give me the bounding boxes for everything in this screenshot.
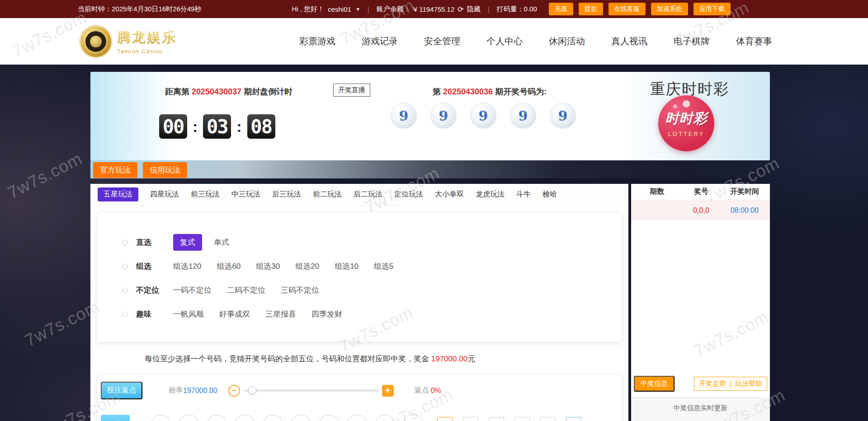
play-option[interactable]: 三码不定位 (281, 285, 319, 295)
play-option[interactable]: 一码不定位 (173, 285, 212, 295)
number-ball[interactable]: 2 (207, 415, 227, 421)
quick-select-button[interactable]: 奇 (514, 417, 530, 421)
play-option[interactable]: 组选5 (374, 261, 393, 271)
topbar-buttons: 充值提款在线客服加速系统应用下载 (549, 3, 731, 15)
play-option[interactable]: 一帆风顺 (173, 309, 204, 319)
number-ball[interactable]: 1 (179, 415, 199, 421)
nav-item[interactable]: 电子棋牌 (674, 35, 710, 47)
play-option[interactable]: 单式 (214, 237, 229, 248)
win-info-button[interactable]: 中奖信息 (634, 376, 675, 392)
countdown-title: 距离第 20250430037 期封盘倒计时 (165, 86, 292, 97)
quick-select-button[interactable]: 大 (463, 417, 478, 421)
number-ball[interactable]: 4 (263, 415, 283, 421)
game-tab[interactable]: 龙虎玩法 (476, 190, 505, 199)
quick-select-button[interactable]: 偶 (540, 417, 556, 421)
user-menu[interactable]: Hi , 您好！ ceshi01 ▼ (292, 5, 360, 14)
topbar-button[interactable]: 在线客服 (609, 3, 646, 15)
help-link[interactable]: 玩法帮助 (735, 379, 762, 388)
game-tabs: 五星玩法四星玩法前三玩法中三玩法后三玩法前二玩法后二玩法定位玩法大小单双龙虎玩法… (90, 184, 628, 206)
radio-icon[interactable] (123, 288, 128, 293)
nav-item[interactable]: 体育赛事 (736, 35, 772, 47)
greeting-text: Hi , 您好！ (292, 5, 324, 14)
radio-icon[interactable] (123, 312, 128, 317)
play-options: 一码不定位二码不定位三码不定位 (173, 285, 335, 295)
site-header: 腾龙娱乐 Tamron Casino 彩票游戏游戏记录安全管理个人中心休闲活动真… (0, 18, 868, 65)
results-sidebar: 期数 奖号 开奖时间 0,0,0 08:00:00 中奖信息 开奖走势 | 玩法… (631, 184, 770, 421)
nav-item[interactable]: 真人视讯 (611, 35, 647, 47)
quick-select-button[interactable]: 全 (437, 417, 453, 421)
hide-balance-link[interactable]: 隐藏 (467, 5, 481, 14)
odds-slider[interactable] (244, 389, 378, 392)
increase-button[interactable]: + (382, 385, 394, 397)
game-tab[interactable]: 大小单双 (435, 190, 464, 199)
prize-unit: 元 (467, 355, 475, 363)
game-tab[interactable]: 后二玩法 (354, 190, 382, 199)
nav-item[interactable]: 休闲活动 (549, 35, 585, 47)
countdown-seconds: 08 (247, 114, 275, 139)
play-option[interactable]: 组选60 (217, 261, 241, 271)
nav-item[interactable]: 个人中心 (486, 35, 523, 47)
game-tab[interactable]: 后三玩法 (272, 190, 301, 199)
nav-item[interactable]: 彩票游戏 (299, 35, 335, 47)
logo: 腾龙娱乐 Tamron Casino (80, 26, 177, 57)
play-option[interactable]: 好事成双 (219, 309, 250, 319)
play-panel: 五星玩法四星玩法前三玩法中三玩法后三玩法前二玩法后二玩法定位玩法大小单双龙虎玩法… (90, 184, 628, 421)
number-ball[interactable]: 7 (347, 415, 368, 421)
number-ball[interactable]: 3 (235, 415, 255, 421)
main-area: 距离第 20250430037 期封盘倒计时 开奖直播 00 : 03 : 08… (0, 65, 868, 421)
play-option[interactable]: 二码不定位 (227, 285, 265, 295)
game-tab[interactable]: 中三玩法 (231, 190, 260, 199)
game-tab[interactable]: 梭哈 (542, 190, 557, 199)
number-ball[interactable]: 6 (319, 415, 340, 421)
countdown-prefix: 距离第 (165, 87, 189, 96)
result-time-cell: 08:00:00 (719, 206, 770, 215)
play-option[interactable]: 复式 (173, 234, 202, 251)
play-option[interactable]: 组选20 (295, 261, 319, 271)
play-option[interactable]: 组选10 (335, 261, 359, 271)
lottery-logo-icon: 时时彩 LOTTERY (658, 95, 714, 151)
countdown-suffix: 期封盘倒计时 (244, 87, 292, 96)
colon: : (236, 118, 241, 136)
game-tab[interactable]: 前二玩法 (313, 190, 342, 199)
radio-icon[interactable] (123, 264, 128, 269)
trend-link[interactable]: 开奖走势 (699, 379, 726, 388)
nav-item[interactable]: 游戏记录 (362, 35, 398, 47)
quick-select-button[interactable]: 小 (489, 417, 504, 421)
number-ball[interactable]: 8 (375, 415, 396, 421)
nav-item[interactable]: 安全管理 (424, 35, 460, 47)
game-tab[interactable]: 前三玩法 (191, 190, 220, 199)
game-tab[interactable]: 四星玩法 (150, 190, 179, 199)
radio-icon[interactable] (123, 240, 128, 245)
colon: : (193, 118, 198, 136)
game-tab[interactable]: 斗牛 (516, 190, 531, 199)
game-tab[interactable]: 五星玩法 (98, 187, 138, 201)
divider: | (488, 5, 490, 13)
quick-select-button[interactable]: 清 (566, 417, 581, 421)
number-ball[interactable]: 0 (151, 415, 171, 421)
play-mode-button[interactable]: 官方玩法 (93, 162, 137, 178)
topbar-button[interactable]: 应用下载 (693, 3, 731, 15)
result-prefix: 第 (433, 87, 441, 96)
number-ball[interactable]: 5 (291, 415, 311, 421)
game-tab[interactable]: 定位玩法 (394, 190, 423, 199)
bet-rebate-button[interactable]: 投注返点 (101, 382, 142, 399)
live-draw-button[interactable]: 开奖直播 (333, 84, 370, 97)
slider-handle[interactable] (248, 386, 256, 394)
clock-label: 当前时钟： (78, 5, 112, 13)
topbar-button[interactable]: 加速系统 (651, 3, 688, 15)
result-ball: 9 (430, 103, 457, 129)
refresh-icon[interactable]: ⟳ (458, 5, 463, 14)
turnover-value: 0.00 (524, 5, 537, 13)
play-option[interactable]: 四季发财 (311, 309, 342, 319)
topbar-button[interactable]: 充值 (549, 3, 573, 15)
play-option[interactable]: 三星报喜 (265, 309, 296, 319)
countdown-issue: 20250430037 (192, 87, 241, 96)
play-option[interactable]: 组选120 (173, 261, 201, 271)
number-ball[interactable]: 9 (403, 415, 424, 421)
balance-label: 账户余额： (377, 5, 410, 14)
play-option[interactable]: 组选30 (256, 261, 280, 271)
decrease-button[interactable]: − (228, 385, 240, 397)
topbar-button[interactable]: 提款 (579, 3, 603, 15)
position-tab-wanwei[interactable]: 万位 (101, 415, 130, 421)
play-mode-button[interactable]: 信用玩法 (143, 162, 187, 178)
